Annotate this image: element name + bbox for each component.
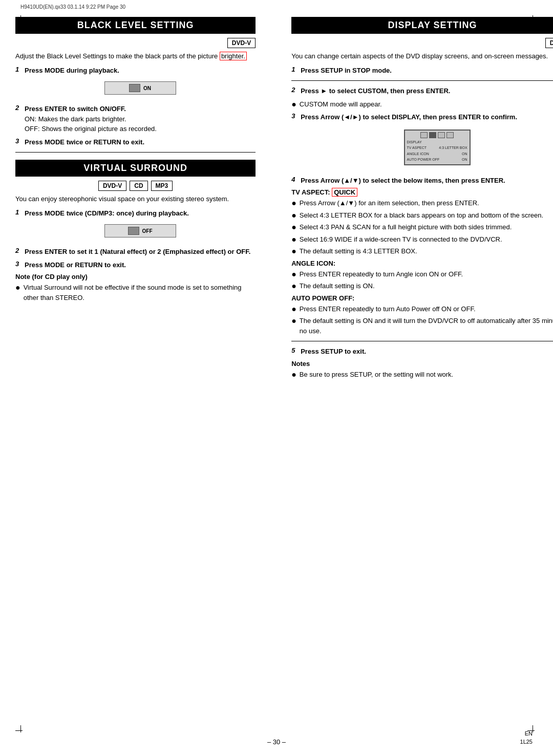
display-step-2-text: Press ► to select CUSTOM, then press ENT… [301, 86, 553, 96]
display-step-1-num: 1 [291, 66, 301, 73]
bullet-angle-2: ● [291, 281, 296, 291]
bullet-notes-1: ● [291, 370, 296, 379]
surround-badge-cd: CD [130, 181, 147, 191]
black-step-3-num: 3 [15, 137, 25, 145]
virtual-surround-section: VIRTUAL SURROUND DVD-V CD MP3 You can en… [15, 160, 256, 303]
custom-note-text: CUSTOM mode will appear. [300, 99, 382, 110]
tv-bullet-1: ● Press Arrow (▲/▼) for an item selectio… [291, 198, 553, 208]
tv-bullet-5: ● The default setting is 4:3 LETTER BOX. [291, 246, 553, 256]
bullet-custom: ● [291, 99, 296, 109]
display-step-5: 5 Press SETUP to exit. [291, 347, 553, 357]
screen-val-auto: ON [462, 157, 467, 162]
display-screen-mock: DISPLAY TV ASPECT 4:3 LETTER BOX ANGLE I… [404, 129, 471, 165]
display-off: OFF [104, 224, 176, 237]
black-step-2: 2 Press ENTER to switch ON/OFF. ON: Make… [15, 104, 256, 134]
display-step-1-text: Press SETUP in STOP mode. [301, 66, 553, 76]
screen-label-display: DISPLAY [407, 139, 422, 145]
tv-aspect-title-row: TV ASPECT: QUICK [291, 188, 553, 196]
surround-step-2-text: Press ENTER to set it 1 (Natural effect)… [25, 247, 256, 257]
tv-bullet-2: ● Select 4:3 LETTER BOX for a black bars… [291, 210, 553, 221]
custom-mode-note: ● CUSTOM mode will appear. [291, 99, 553, 110]
display-step-5-text: Press SETUP to exit. [301, 347, 553, 357]
crosshair-bottom-left [15, 725, 26, 736]
screen-row-auto: AUTO POWER OFF ON [407, 157, 467, 162]
left-column: BLACK LEVEL SETTING DVD-V Adjust the Bla… [15, 17, 256, 381]
display-step-3-num: 3 [291, 112, 301, 120]
off-note: OFF: Shows the original picture as recor… [25, 125, 157, 133]
screen-label-tv: TV ASPECT [407, 145, 427, 150]
tv-bullet-3: ● Select 4:3 PAN & SCAN for a full heigh… [291, 222, 553, 232]
tv-aspect-label: TV ASPECT: [291, 188, 332, 196]
bullet-tv-2: ● [291, 210, 296, 220]
tv-icon-on [129, 84, 140, 92]
tv-bullet-text-1: Press Arrow (▲/▼) for an item selection,… [300, 198, 479, 208]
angle-bullet-2: ● The default setting is ON. [291, 281, 553, 291]
notes-bullet-1: ● Be sure to press SETUP, or the setting… [291, 370, 553, 380]
page-header: H9410UD(EN).qx33 03.1.14 9:22 PM Page 30 [0, 0, 553, 12]
screen-icon-1 [420, 132, 428, 138]
surround-note-bullet-1: ● Virtual Surround will not be effective… [15, 283, 256, 303]
black-step-2-text: Press ENTER to switch ON/OFF. ON: Makes … [25, 104, 256, 134]
display-step-2-num: 2 [291, 86, 301, 94]
page-number: – 30 – [267, 738, 286, 746]
quick-value: QUICK [332, 188, 357, 197]
black-level-intro: Adjust the Black Level Settings to make … [15, 51, 256, 61]
black-step-1-text: Press MODE during playback. ON [25, 66, 256, 101]
angle-bullet-text-1: Press ENTER repeatedly to turn Angle ico… [300, 269, 463, 279]
display-step-4-text: Press Arrow (▲/▼) to select the below it… [301, 176, 553, 186]
bullet-auto-1: ● [291, 304, 296, 314]
surround-step-3: 3 Press MODE or RETURN to exit. [15, 260, 256, 270]
display-off-label: OFF [142, 227, 153, 235]
black-step-1: 1 Press MODE during playback. ON [15, 66, 256, 101]
display-setting-section: DISPLAY SETTING DVD-V You can change cer… [291, 17, 553, 379]
screen-icon-4 [446, 132, 454, 138]
surround-step-1: 1 Press MODE twice (CD/MP3: once) during… [15, 208, 256, 244]
black-level-title: BLACK LEVEL SETTING [15, 17, 256, 34]
surround-badge-mp3: MP3 [151, 181, 173, 191]
tv-bullet-text-3: Select 4:3 PAN & SCAN for a full height … [300, 222, 512, 232]
display-step-1: 1 Press SETUP in STOP mode. [291, 66, 553, 76]
display-dvd-badge: DVD-V [545, 38, 553, 48]
surround-intro: You can enjoy stereophonic visual space … [15, 194, 256, 204]
display-intro: You can change certain aspects of the DV… [291, 51, 553, 61]
display-on: ON [104, 81, 176, 95]
screen-icon-2 [429, 132, 436, 138]
black-step-3-text: Press MODE twice or RETURN to exit. [25, 137, 256, 147]
screen-icon-3 [438, 132, 445, 138]
brighter-highlight: brighter. [220, 52, 247, 60]
tv-icon-off [128, 227, 139, 235]
black-step-3: 3 Press MODE twice or RETURN to exit. [15, 137, 256, 147]
crosshair-top-right [527, 15, 538, 26]
display-step-3-text: Press Arrow (◄/►) to select DISPLAY, the… [301, 112, 553, 172]
tv-bullet-text-5: The default setting is 4:3 LETTER BOX. [300, 246, 417, 256]
screen-label-auto: AUTO POWER OFF [407, 157, 440, 162]
bullet-angle-1: ● [291, 269, 296, 279]
surround-badges-container: DVD-V CD MP3 [15, 181, 256, 191]
angle-bullet-1: ● Press ENTER repeatedly to turn Angle i… [291, 269, 553, 279]
display-setting-title: DISPLAY SETTING [291, 17, 553, 34]
black-level-dvd-badge-container: DVD-V [15, 38, 256, 48]
display-off-wrapper: OFF [25, 221, 256, 241]
display-on-wrapper: ON [25, 78, 256, 98]
auto-power-title: AUTO POWER OFF: [291, 294, 553, 302]
right-column: DISPLAY SETTING DVD-V You can change cer… [291, 17, 553, 381]
display-step-2: 2 Press ► to select CUSTOM, then press E… [291, 86, 553, 96]
auto-bullet-text-2: The default setting is ON and it will tu… [300, 316, 553, 336]
black-level-dvd-badge: DVD-V [227, 38, 256, 48]
footer-code: EN 1L25 [520, 730, 533, 746]
tv-bullet-4: ● Select 16:9 WIDE if a wide-screen TV i… [291, 234, 553, 245]
screen-row-tv: TV ASPECT 4:3 LETTER BOX [407, 145, 467, 150]
surround-note-title: Note (for CD play only) [15, 273, 256, 280]
tv-bullet-text-2: Select 4:3 LETTER BOX for a black bars a… [300, 210, 543, 221]
on-note: ON: Makes the dark parts brighter. [25, 115, 126, 123]
bullet-tv-3: ● [291, 222, 296, 232]
surround-badge-dvdv: DVD-V [98, 181, 126, 191]
surround-title: VIRTUAL SURROUND [15, 160, 256, 177]
surround-note-text-1: Virtual Surround will not be effective i… [24, 283, 256, 303]
angle-icon-title: ANGLE ICON: [291, 260, 553, 267]
display-step-4-num: 4 [291, 176, 301, 183]
display-divider-2 [291, 341, 553, 341]
display-divider-1 [291, 80, 553, 81]
display-dvd-badge-container: DVD-V [291, 38, 553, 48]
screen-text-area: DISPLAY TV ASPECT 4:3 LETTER BOX ANGLE I… [405, 139, 470, 162]
